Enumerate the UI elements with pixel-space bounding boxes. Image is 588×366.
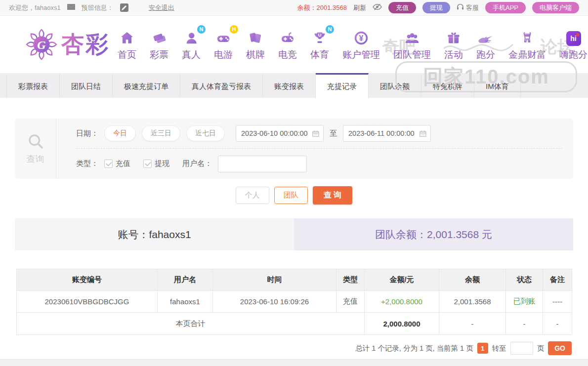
- nav-item-jinding-wealth[interactable]: 金鼎财富: [508, 28, 546, 61]
- hi-app-icon: hi: [566, 31, 581, 46]
- deposit-button[interactable]: 充值: [388, 2, 416, 13]
- summary-status: -: [506, 313, 543, 335]
- table-summary-row: 本页合计 2,000.8000 - - -: [17, 313, 572, 335]
- nav-item-live[interactable]: N 真人: [182, 28, 201, 61]
- preset-7days[interactable]: 近七日: [186, 125, 225, 141]
- svg-text:U: U: [318, 32, 322, 37]
- nav-item-cards[interactable]: 棋牌: [246, 28, 265, 61]
- date-to-input[interactable]: [348, 129, 420, 137]
- to-label: 至: [330, 129, 337, 138]
- col-time: 时间: [213, 269, 336, 291]
- pc-client-button[interactable]: 电脑客户端: [532, 2, 579, 13]
- preset-today[interactable]: 今日: [104, 125, 136, 141]
- topbar: 欢迎您，fahaoxs1 预留信息： 安全退出 余额：2001.3568 刷新 …: [0, 0, 588, 16]
- cards-icon: [248, 30, 263, 46]
- deposit-checkbox[interactable]: [104, 160, 113, 168]
- username-input[interactable]: [218, 156, 307, 172]
- withdraw-checkbox[interactable]: [143, 160, 152, 168]
- nav-item-esports[interactable]: 电竞: [278, 28, 297, 61]
- current-page-button[interactable]: 1: [477, 343, 488, 354]
- reserved-info-label: 预留信息：: [82, 3, 114, 12]
- go-button[interactable]: GO: [548, 341, 572, 355]
- site-header: G 杏彩 首页 彩票 N 真人 H 电游 棋牌 电竞 UN 体: [0, 16, 588, 73]
- tab-im-sports[interactable]: IM体育: [474, 73, 521, 98]
- mobile-app-button[interactable]: 手机APP: [485, 2, 526, 13]
- date-label: 日期：: [76, 129, 98, 138]
- tab-deposit-withdraw-records[interactable]: 充提记录: [316, 73, 369, 98]
- table-row: 20230610VBBGDBCJGG fahaoxs1 2023-06-10 1…: [17, 291, 572, 313]
- nav-item-account-mgmt[interactable]: ¥ 账户管理: [342, 28, 380, 61]
- tab-fast-orders[interactable]: 极速充提订单: [113, 73, 180, 98]
- cell-time: 2023-06-10 16:09:26: [213, 291, 336, 313]
- logout-link[interactable]: 安全退出: [149, 3, 174, 12]
- account-summary-bar: 账号：fahaoxs1 团队余额：2,001.3568 元: [15, 218, 573, 250]
- cell-type: 充值: [336, 291, 365, 313]
- nav-item-team-mgmt[interactable]: 团队管理: [393, 28, 431, 61]
- cell-amount: +2,000.8000: [365, 291, 439, 313]
- logo-wordmark: 杏彩: [61, 29, 110, 60]
- col-amount: 金额/元: [365, 269, 439, 291]
- username-label: 用户名：: [182, 159, 212, 168]
- action-row: 个人 团队 查 询: [0, 187, 588, 203]
- nav-badge-h: H: [230, 25, 238, 34]
- team-button[interactable]: 团队: [274, 187, 308, 204]
- nav-item-activity[interactable]: 活动: [444, 28, 463, 61]
- rhino-swoosh-icon: [477, 31, 495, 46]
- goto-page-input[interactable]: [510, 342, 533, 355]
- site-logo[interactable]: G 杏彩: [26, 29, 110, 60]
- cell-username: fahaoxs1: [158, 291, 213, 313]
- type-label: 类型：: [76, 159, 98, 168]
- customer-service-link[interactable]: 客服: [457, 3, 479, 12]
- svg-text:G: G: [37, 39, 46, 51]
- col-remark: 备注: [543, 269, 572, 291]
- summary-remark: -: [543, 313, 572, 335]
- withdraw-checkbox-label: 提现: [155, 159, 169, 168]
- tab-tetu-cards[interactable]: 特兔棋牌: [421, 73, 474, 98]
- headset-icon: [457, 3, 464, 12]
- date-from-input[interactable]: [241, 129, 312, 137]
- personal-button[interactable]: 个人: [236, 187, 269, 204]
- nav-item-egames[interactable]: H 电游: [214, 28, 233, 61]
- goto-label: 转至: [492, 344, 506, 353]
- summary-amount: 2,000.8000: [365, 313, 439, 335]
- nav-item-paofen[interactable]: 跑分: [476, 28, 495, 61]
- ticket-icon: [151, 30, 167, 46]
- nav-badge-n: N: [197, 25, 206, 34]
- refresh-link[interactable]: 刷新: [353, 3, 366, 12]
- nav-item-sports[interactable]: UN 体育: [310, 28, 329, 61]
- tab-lottery-report[interactable]: 彩票报表: [6, 73, 60, 98]
- col-status: 状态: [506, 269, 543, 291]
- nav-item-home[interactable]: 首页: [118, 28, 136, 61]
- date-to-field[interactable]: [343, 125, 431, 142]
- calendar-icon: [420, 130, 426, 137]
- main-content: 查询 日期： 今日 近三日 近七日 至 类型：: [0, 98, 588, 359]
- query-button[interactable]: 查 询: [313, 186, 352, 204]
- search-icon: [27, 132, 44, 150]
- records-table: 账变编号 用户名 时间 类型 金额/元 余额 状态 备注 20230610VBB…: [16, 269, 572, 335]
- tab-account-change[interactable]: 账变报表: [263, 73, 316, 98]
- balance-text: 余额：2001.3568: [297, 3, 347, 12]
- nav-item-lottery[interactable]: 彩票: [150, 28, 168, 61]
- trophy-icon: U: [312, 30, 328, 46]
- esports-controller-icon: [279, 30, 296, 46]
- tab-live-sports-pl[interactable]: 真人体育盈亏报表: [180, 73, 263, 98]
- tab-team-balance[interactable]: 团队余额: [369, 73, 421, 98]
- edit-icon[interactable]: [120, 3, 128, 12]
- mail-icon[interactable]: [67, 4, 75, 11]
- page-unit-label: 页: [537, 344, 545, 353]
- col-change-id: 账变编号: [17, 269, 158, 291]
- cell-status: 已到账: [506, 291, 543, 313]
- withdraw-button[interactable]: 提现: [422, 2, 450, 13]
- eye-slash-icon[interactable]: [373, 3, 382, 12]
- col-username: 用户名: [158, 269, 213, 291]
- nav-item-hi-paofen[interactable]: hi 嗨跑分: [559, 28, 588, 61]
- page-bottom-strip: [0, 359, 588, 366]
- tab-team-daily[interactable]: 团队日结: [60, 73, 113, 98]
- account-number: 账号：fahaoxs1: [15, 218, 294, 250]
- cell-change-id: 20230610VBBGDBCJGG: [17, 291, 158, 313]
- table-header-row: 账变编号 用户名 时间 类型 金额/元 余额 状态 备注: [17, 269, 572, 291]
- col-type: 类型: [336, 269, 365, 291]
- preset-3days[interactable]: 近三日: [142, 125, 180, 141]
- summary-label: 本页合计: [17, 313, 365, 335]
- date-from-field[interactable]: [236, 125, 324, 142]
